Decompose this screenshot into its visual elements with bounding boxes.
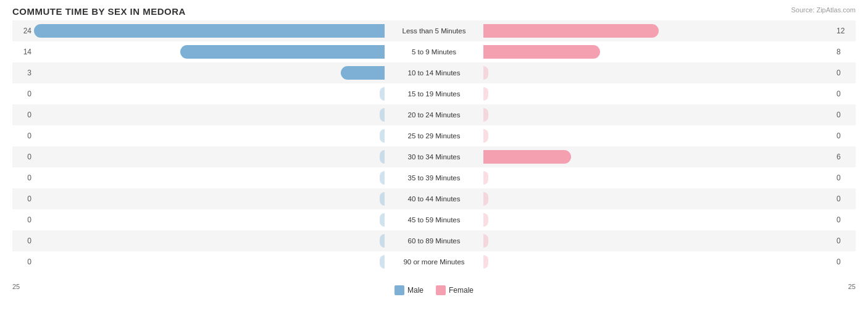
female-bar xyxy=(483,234,488,248)
male-value: 3 xyxy=(12,69,34,77)
female-value: 0 xyxy=(834,111,856,119)
female-bar-container xyxy=(483,45,834,59)
female-bar-container xyxy=(483,66,834,80)
row-label: 15 to 19 Minutes xyxy=(385,90,483,98)
male-bar-container xyxy=(34,234,385,248)
female-bar xyxy=(483,129,488,143)
chart-row: 035 to 39 Minutes0 xyxy=(12,167,856,188)
row-label: 35 to 39 Minutes xyxy=(385,174,483,182)
chart-row: 020 to 24 Minutes0 xyxy=(12,104,856,125)
female-bar-container xyxy=(483,24,834,38)
female-value: 0 xyxy=(834,216,856,224)
female-bar xyxy=(483,108,488,122)
chart-row: 025 to 29 Minutes0 xyxy=(12,125,856,146)
male-value: 0 xyxy=(12,237,34,245)
legend-male-box xyxy=(394,285,404,295)
male-bar-container xyxy=(34,24,385,38)
male-value: 0 xyxy=(12,111,34,119)
female-bar-container xyxy=(483,150,834,164)
female-value: 0 xyxy=(834,132,856,140)
male-bar xyxy=(34,24,385,38)
chart-row: 090 or more Minutes0 xyxy=(12,251,856,272)
male-value: 14 xyxy=(12,48,34,56)
male-bar xyxy=(380,192,385,206)
female-value: 0 xyxy=(834,237,856,245)
axis-left: 25 xyxy=(12,283,20,295)
row-label: Less than 5 Minutes xyxy=(385,27,483,35)
axis-right: 25 xyxy=(848,283,856,295)
chart-row: 24Less than 5 Minutes12 xyxy=(12,20,856,41)
male-value: 0 xyxy=(12,174,34,182)
chart-area: 24Less than 5 Minutes12145 to 9 Minutes8… xyxy=(12,20,856,282)
male-bar-container xyxy=(34,129,385,143)
female-bar xyxy=(483,66,488,80)
legend-female: Female xyxy=(436,285,474,295)
male-bar-container xyxy=(34,87,385,101)
axis-labels: 25 Male Female 25 xyxy=(12,283,856,295)
male-bar xyxy=(380,255,385,269)
male-value: 0 xyxy=(12,90,34,98)
male-bar-container xyxy=(34,66,385,80)
female-bar xyxy=(483,87,488,101)
female-bar xyxy=(483,24,659,38)
female-value: 6 xyxy=(834,153,856,161)
row-label: 40 to 44 Minutes xyxy=(385,195,483,203)
chart-row: 060 to 89 Minutes0 xyxy=(12,230,856,251)
female-bar xyxy=(483,150,571,164)
male-value: 0 xyxy=(12,153,34,161)
legend: Male Female xyxy=(394,285,474,295)
row-label: 20 to 24 Minutes xyxy=(385,111,483,119)
female-bar-container xyxy=(483,129,834,143)
male-bar xyxy=(380,129,385,143)
male-bar-container xyxy=(34,192,385,206)
legend-male-label: Male xyxy=(407,286,424,295)
male-bar xyxy=(380,234,385,248)
female-value: 0 xyxy=(834,258,856,266)
chart-row: 045 to 59 Minutes0 xyxy=(12,209,856,230)
chart-row: 310 to 14 Minutes0 xyxy=(12,62,856,83)
female-bar-container xyxy=(483,192,834,206)
male-bar-container xyxy=(34,171,385,185)
female-bar xyxy=(483,192,488,206)
row-label: 45 to 59 Minutes xyxy=(385,216,483,224)
male-bar-container xyxy=(34,45,385,59)
male-value: 24 xyxy=(12,27,34,35)
female-bar-container xyxy=(483,87,834,101)
row-label: 10 to 14 Minutes xyxy=(385,69,483,77)
male-bar-container xyxy=(34,255,385,269)
female-value: 0 xyxy=(834,195,856,203)
chart-row: 145 to 9 Minutes8 xyxy=(12,41,856,62)
male-value: 0 xyxy=(12,195,34,203)
female-bar xyxy=(483,45,600,59)
row-label: 25 to 29 Minutes xyxy=(385,132,483,140)
female-bar-container xyxy=(483,171,834,185)
chart-row: 015 to 19 Minutes0 xyxy=(12,83,856,104)
female-value: 12 xyxy=(834,27,856,35)
female-bar-container xyxy=(483,108,834,122)
legend-male: Male xyxy=(394,285,424,295)
female-bar-container xyxy=(483,234,834,248)
female-bar xyxy=(483,171,488,185)
male-bar xyxy=(180,45,385,59)
row-label: 60 to 89 Minutes xyxy=(385,237,483,245)
female-bar xyxy=(483,213,488,227)
male-bar xyxy=(380,150,385,164)
male-bar xyxy=(380,108,385,122)
female-bar-container xyxy=(483,213,834,227)
female-bar-container xyxy=(483,255,834,269)
row-label: 90 or more Minutes xyxy=(385,258,483,266)
male-bar-container xyxy=(34,213,385,227)
female-value: 8 xyxy=(834,48,856,56)
chart-row: 040 to 44 Minutes0 xyxy=(12,188,856,209)
chart-title: COMMUTE TIME BY SEX IN MEDORA xyxy=(12,6,856,17)
male-value: 0 xyxy=(12,216,34,224)
legend-female-label: Female xyxy=(449,286,474,295)
chart-row: 030 to 34 Minutes6 xyxy=(12,146,856,167)
female-value: 0 xyxy=(834,69,856,77)
male-bar xyxy=(380,171,385,185)
row-label: 30 to 34 Minutes xyxy=(385,153,483,161)
chart-container: COMMUTE TIME BY SEX IN MEDORA Source: Zi… xyxy=(0,0,868,323)
male-bar xyxy=(341,66,385,80)
male-bar xyxy=(380,213,385,227)
female-value: 0 xyxy=(834,174,856,182)
